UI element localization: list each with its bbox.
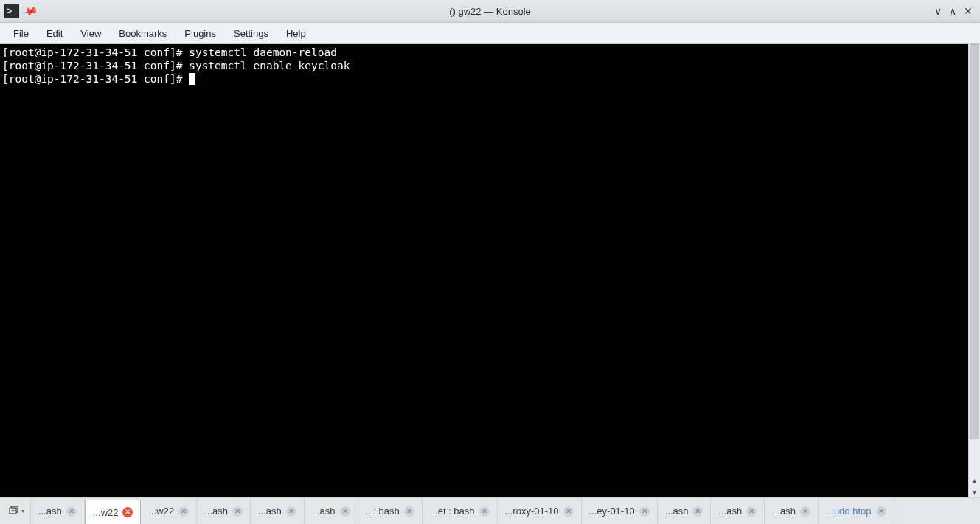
scroll-up-arrow[interactable]: ▴ <box>969 474 981 486</box>
tab-close-icon[interactable]: ✕ <box>286 506 296 517</box>
prompt: [root@ip-172-31-34-51 conf]# <box>2 46 189 58</box>
window-title: () gw22 — Konsole <box>0 6 980 17</box>
tab[interactable]: ...ash✕ <box>711 498 765 524</box>
tab[interactable]: ...ash✕ <box>658 498 712 524</box>
prompt: [root@ip-172-31-34-51 conf]# <box>2 73 189 85</box>
pin-icon[interactable]: 📌 <box>21 3 38 19</box>
command-text: systemctl daemon-reload <box>189 46 337 58</box>
tab[interactable]: ...ash✕ <box>31 498 85 524</box>
terminal-line: [root@ip-172-31-34-51 conf]# systemctl e… <box>2 59 966 72</box>
app-icon: >_ <box>4 4 19 18</box>
tab-label: ...ash <box>38 506 62 517</box>
tab-close-icon[interactable]: ✕ <box>340 506 350 517</box>
tab-close-icon[interactable]: ✕ <box>692 506 703 517</box>
menubar: FileEditViewBookmarksPluginsSettingsHelp <box>0 23 980 44</box>
tab-close-icon[interactable]: ✕ <box>178 506 189 517</box>
tab[interactable]: ...ey-01-10✕ <box>582 498 658 524</box>
tab[interactable]: ...: bash✕ <box>358 498 423 524</box>
scrollbar-thumb[interactable] <box>970 44 979 439</box>
tab[interactable]: ...w22✕ <box>85 500 142 524</box>
tab[interactable]: ...ash✕ <box>197 498 251 524</box>
tab-label: ...roxy-01-10 <box>505 506 559 517</box>
prompt: [root@ip-172-31-34-51 conf]# <box>2 60 189 71</box>
tab-label: ...ash <box>665 506 689 517</box>
minimize-button[interactable] <box>934 6 942 16</box>
tab-close-icon[interactable]: ✕ <box>746 506 757 517</box>
terminal-line: [root@ip-172-31-34-51 conf]# systemctl d… <box>2 46 966 59</box>
menu-item-bookmarks[interactable]: Bookmarks <box>110 25 176 42</box>
tab-label: ...ey-01-10 <box>589 506 635 517</box>
tab[interactable]: ...roxy-01-10✕ <box>498 498 582 524</box>
tabbar: ▾ ...ash✕...w22✕...w22✕...ash✕...ash✕...… <box>0 497 980 524</box>
maximize-button[interactable] <box>949 6 956 16</box>
menu-item-settings[interactable]: Settings <box>225 25 277 42</box>
tab[interactable]: ...ash✕ <box>765 498 819 524</box>
terminal[interactable]: [root@ip-172-31-34-51 conf]# systemctl d… <box>0 44 968 497</box>
tab[interactable]: ...ash✕ <box>251 498 305 524</box>
terminal-wrap: [root@ip-172-31-34-51 conf]# systemctl d… <box>0 44 980 497</box>
terminal-line: [root@ip-172-31-34-51 conf]# <box>2 72 966 85</box>
menu-item-help[interactable]: Help <box>277 25 315 42</box>
scrollbar-track[interactable] <box>969 44 980 474</box>
tab-label: ...ash <box>772 506 796 517</box>
tab[interactable]: ...udo htop✕ <box>819 498 894 524</box>
tab-label: ...ash <box>312 506 336 517</box>
menu-item-plugins[interactable]: Plugins <box>176 25 225 42</box>
tab[interactable]: ...ash✕ <box>305 498 358 524</box>
tab-close-icon[interactable]: ✕ <box>66 506 77 517</box>
tab-label: ...ash <box>258 506 282 517</box>
tab-label: ...w22 <box>93 507 119 518</box>
titlebar: >_ 📌 () gw22 — Konsole <box>0 0 980 23</box>
cursor <box>189 73 195 85</box>
new-tab-button[interactable]: ▾ <box>1 498 31 524</box>
tab-label: ...udo htop <box>826 506 871 517</box>
new-tab-dropdown-icon: ▾ <box>21 508 24 514</box>
tab-close-icon[interactable]: ✕ <box>639 506 650 517</box>
tab-close-icon[interactable]: ✕ <box>479 506 490 517</box>
tab-label: ...w22 <box>148 506 174 517</box>
menu-item-view[interactable]: View <box>72 25 110 42</box>
new-tab-icon <box>8 504 20 518</box>
tab-label: ...ash <box>718 506 742 517</box>
tab-close-icon[interactable]: ✕ <box>122 507 133 517</box>
tab-close-icon[interactable]: ✕ <box>876 506 886 517</box>
tab[interactable]: ...et : bash✕ <box>423 498 498 524</box>
tab[interactable]: ...w22✕ <box>141 498 197 524</box>
tab-label: ...: bash <box>366 506 400 517</box>
menu-item-edit[interactable]: Edit <box>38 25 72 42</box>
tab-label: ...ash <box>204 506 228 517</box>
tab-close-icon[interactable]: ✕ <box>563 506 574 517</box>
tab-close-icon[interactable]: ✕ <box>404 506 414 517</box>
vertical-scrollbar[interactable]: ▴ ▾ <box>968 44 980 497</box>
tab-label: ...et : bash <box>430 506 475 517</box>
command-text: systemctl enable keycloak <box>189 60 350 71</box>
tab-close-icon[interactable]: ✕ <box>232 506 243 517</box>
tab-close-icon[interactable]: ✕ <box>800 506 810 517</box>
close-window-button[interactable] <box>964 6 973 16</box>
scroll-down-arrow[interactable]: ▾ <box>969 486 981 497</box>
menu-item-file[interactable]: File <box>4 25 38 42</box>
